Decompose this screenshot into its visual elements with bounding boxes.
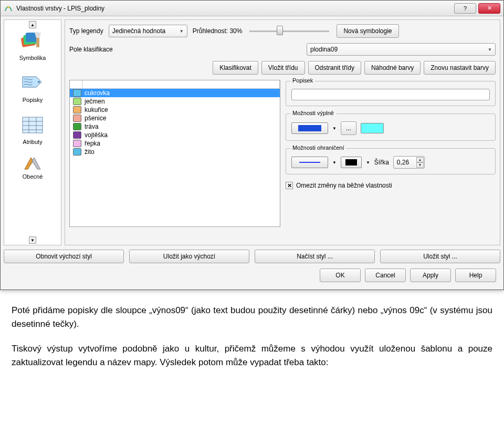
general-icon <box>20 156 45 171</box>
class-label: vojtěška <box>85 131 108 139</box>
class-color-chip <box>73 89 81 97</box>
chevron-down-icon: ▼ <box>332 126 337 131</box>
legend-type-combo[interactable]: Jedinečná hodnota▼ <box>109 25 187 37</box>
class-row[interactable]: cukrovka <box>70 89 280 97</box>
app-icon <box>4 4 13 13</box>
class-row[interactable]: žito <box>70 148 280 156</box>
sidebar-item-label: Popisky <box>6 97 59 103</box>
class-label: řepka <box>85 140 100 147</box>
outline-group-title: Možnosti ohraničení <box>290 144 346 151</box>
class-color-chip <box>73 148 81 156</box>
class-label: žito <box>85 148 94 156</box>
class-row[interactable]: vojtěška <box>70 131 280 139</box>
outline-style-combo[interactable] <box>291 157 328 168</box>
window-title: Vlastnosti vrstvy - LPIS_plodiny <box>16 5 454 12</box>
width-label: Šířka <box>374 159 389 166</box>
new-symbology-button[interactable]: Nová symbologie <box>337 24 398 38</box>
fill-more-button[interactable]: ... <box>341 121 356 135</box>
fill-color-combo[interactable] <box>291 122 328 134</box>
dialog-window: Vlastnosti vrstvy - LPIS_plodiny ? ✕ ▲ <box>0 0 504 290</box>
limit-checkbox-row[interactable]: ✕ Omezit změny na běžné vlastnosti <box>286 182 496 189</box>
symbology-icon <box>20 29 45 53</box>
save-default-style-button[interactable]: Uložit jako výchozí <box>129 250 249 263</box>
sidebar-item-label: Atributy <box>6 139 59 145</box>
classify-button[interactable]: Klasifikovat <box>213 61 258 75</box>
class-label: cukrovka <box>85 89 110 97</box>
chevron-down-icon: ▼ <box>366 160 370 165</box>
transparency-slider[interactable] <box>247 26 331 36</box>
remove-classes-button[interactable]: Odstranit třídy <box>308 61 361 75</box>
popisek-group: Popisek <box>286 81 496 106</box>
doc-paragraph-2: Tiskový výstup vytvoříme podobně jako u … <box>12 342 492 370</box>
sidebar-item-obecne[interactable]: Obecné <box>4 148 61 180</box>
help-button-footer[interactable]: Help <box>455 268 496 282</box>
class-row[interactable]: pšenice <box>70 114 280 122</box>
sidebar-item-symbolika[interactable]: Symbolika <box>4 22 61 64</box>
sidebar-item-popisky[interactable]: Popisky <box>4 64 61 106</box>
class-row[interactable]: řepka <box>70 139 280 148</box>
svg-point-5 <box>38 81 40 83</box>
svg-point-0 <box>7 6 9 8</box>
document-text: Poté přidáme popisky dle sloupce „výnos0… <box>0 290 504 385</box>
limit-label: Omezit změny na běžné vlastnosti <box>296 182 392 189</box>
reset-colors-button[interactable]: Znovu nastavit barvy <box>424 61 496 75</box>
class-row[interactable]: ječmen <box>70 97 280 106</box>
dialog-body: ▲ Symbolika <box>1 16 503 290</box>
class-row[interactable]: tráva <box>70 122 280 131</box>
attributes-icon <box>20 113 45 137</box>
close-button[interactable]: ✕ <box>478 3 500 14</box>
fill-group: Možnosti výplně ▼ ... <box>286 113 496 141</box>
class-row[interactable]: kukuřice <box>70 106 280 114</box>
sidebar-item-atributy[interactable]: Atributy <box>4 106 61 148</box>
class-color-chip <box>73 98 81 105</box>
sidebar-item-label: Obecné <box>6 173 59 180</box>
sidebar-scroll-down[interactable]: ▼ <box>29 236 36 244</box>
ok-button[interactable]: OK <box>320 268 361 282</box>
sidebar: ▲ Symbolika <box>4 19 61 245</box>
popisek-group-title: Popisek <box>290 77 315 84</box>
sidebar-scroll-up[interactable]: ▲ <box>29 21 36 28</box>
outline-color-combo[interactable] <box>341 157 362 168</box>
class-field-combo[interactable]: plodina09▼ <box>307 43 496 56</box>
save-style-button[interactable]: Uložit styl ... <box>380 250 500 263</box>
outline-group: Možnosti ohraničení ▼ ▼ Šířka <box>286 148 496 174</box>
sidebar-item-label: Symbolika <box>6 55 59 61</box>
load-style-button[interactable]: Načíst styl ... <box>255 250 375 263</box>
random-colors-button[interactable]: Náhodné barvy <box>364 61 421 75</box>
fill-preview <box>361 123 384 133</box>
doc-paragraph-1: Poté přidáme popisky dle sloupce „výnos0… <box>12 304 492 332</box>
class-label: ječmen <box>85 98 105 105</box>
class-color-chip <box>73 106 81 113</box>
restore-style-button[interactable]: Obnovit výchozí styl <box>4 250 124 263</box>
class-color-chip <box>73 115 81 122</box>
content-panel: Typ legendy Jedinečná hodnota▼ Průhledno… <box>65 19 500 245</box>
class-color-chip <box>73 140 81 147</box>
class-label: kukuřice <box>85 106 108 113</box>
class-list[interactable]: cukrovkaječmenkukuřicepšenicetrávavojtěš… <box>69 80 280 227</box>
popisek-input[interactable] <box>291 89 490 100</box>
class-label: tráva <box>85 123 99 130</box>
class-label: pšenice <box>85 115 106 122</box>
transparency-label: Průhlednost: 30% <box>193 27 243 35</box>
labels-icon <box>20 71 45 95</box>
apply-button[interactable]: Apply <box>410 268 451 282</box>
class-field-label: Pole klasifikace <box>69 46 138 53</box>
add-class-button[interactable]: Vložit třídu <box>261 61 305 75</box>
width-spinner[interactable]: 0,26 ▲▼ <box>393 156 425 169</box>
chevron-down-icon: ▼ <box>332 160 337 165</box>
titlebar: Vlastnosti vrstvy - LPIS_plodiny ? ✕ <box>1 1 503 16</box>
svg-rect-6 <box>23 117 43 133</box>
checkbox-icon: ✕ <box>286 182 293 189</box>
dialog-footer: OK Cancel Apply Help <box>4 263 500 286</box>
help-button[interactable]: ? <box>454 3 476 14</box>
class-color-chip <box>73 131 81 139</box>
class-detail: Popisek Možnosti výplně ▼ ... <box>286 80 496 227</box>
fill-group-title: Možnosti výplně <box>290 110 336 116</box>
cancel-button[interactable]: Cancel <box>365 268 406 282</box>
class-color-chip <box>73 123 81 130</box>
legend-type-label: Typ legendy <box>69 27 103 35</box>
